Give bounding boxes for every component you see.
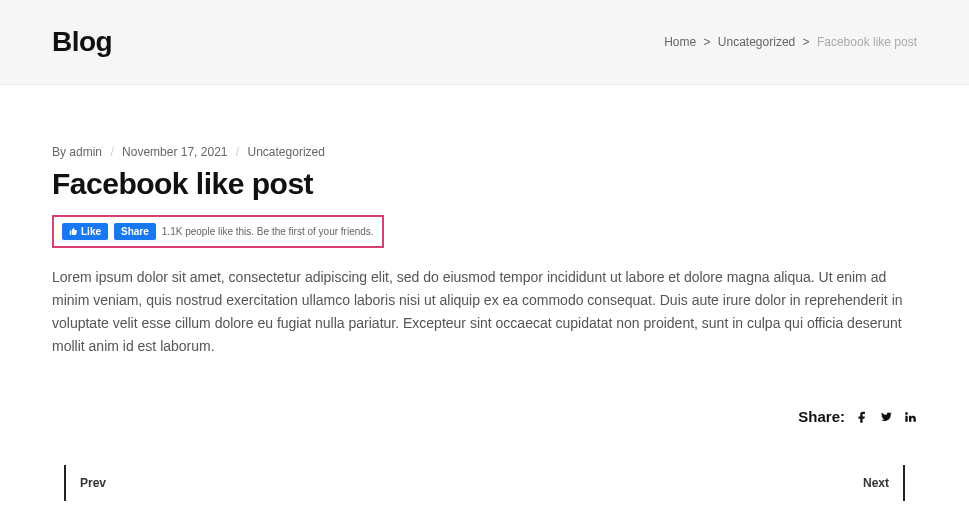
twitter-icon[interactable] (879, 410, 893, 424)
facebook-share-label: Share (121, 226, 149, 237)
post-meta: By admin / November 17, 2021 / Uncategor… (52, 145, 917, 159)
thumbs-up-icon (69, 227, 78, 236)
prev-post-link[interactable]: Prev (64, 465, 106, 501)
page-header: Blog Home > Uncategorized > Facebook lik… (0, 0, 969, 85)
facebook-share-button[interactable]: Share (114, 223, 156, 240)
post-container: By admin / November 17, 2021 / Uncategor… (0, 85, 969, 518)
facebook-icon[interactable] (855, 410, 869, 424)
post-navigation: Prev Next (52, 465, 917, 501)
linkedin-icon[interactable] (903, 410, 917, 424)
meta-category[interactable]: Uncategorized (248, 145, 325, 159)
breadcrumb-current: Facebook like post (817, 35, 917, 49)
share-label: Share: (798, 408, 845, 425)
facebook-widget-highlight: Like Share 1.1K people like this. Be the… (52, 215, 384, 248)
share-row: Share: (52, 408, 917, 425)
post-body: Lorem ipsum dolor sit amet, consectetur … (52, 266, 917, 358)
breadcrumb-category[interactable]: Uncategorized (718, 35, 795, 49)
post-title: Facebook like post (52, 167, 917, 201)
next-post-link[interactable]: Next (863, 465, 905, 501)
meta-sep: / (110, 145, 113, 159)
page-title: Blog (52, 26, 112, 58)
meta-by: By (52, 145, 66, 159)
breadcrumb: Home > Uncategorized > Facebook like pos… (664, 35, 917, 49)
facebook-like-label: Like (81, 226, 101, 237)
breadcrumb-sep: > (803, 35, 810, 49)
meta-date: November 17, 2021 (122, 145, 227, 159)
breadcrumb-home[interactable]: Home (664, 35, 696, 49)
meta-author[interactable]: admin (69, 145, 102, 159)
breadcrumb-sep: > (703, 35, 710, 49)
facebook-like-count-text: 1.1K people like this. Be the first of y… (162, 226, 374, 237)
meta-sep: / (236, 145, 239, 159)
facebook-like-button[interactable]: Like (62, 223, 108, 240)
